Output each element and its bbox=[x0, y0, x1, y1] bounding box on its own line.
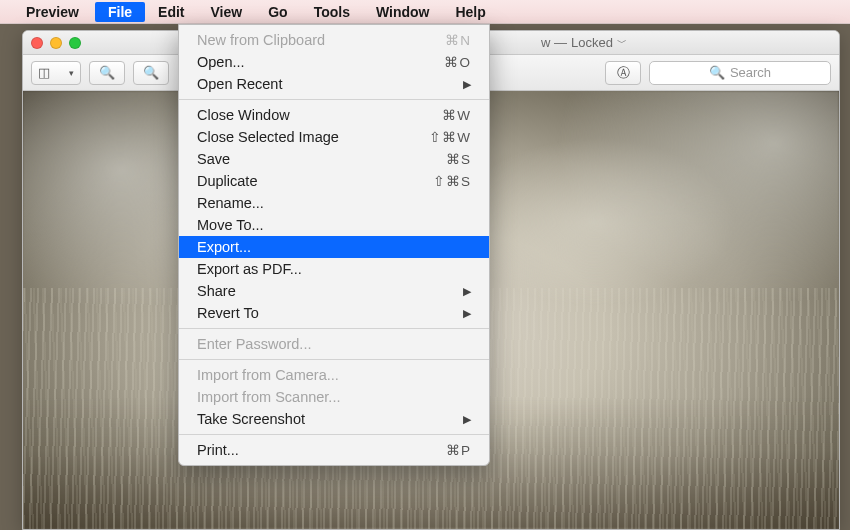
menu-item-label: Duplicate bbox=[197, 173, 433, 189]
menu-item-enter-password: Enter Password... bbox=[179, 333, 489, 355]
menu-item-label: Export as PDF... bbox=[197, 261, 471, 277]
menu-item-open-recent[interactable]: Open Recent▶ bbox=[179, 73, 489, 95]
menu-item-label: Open Recent bbox=[197, 76, 463, 92]
submenu-arrow-icon: ▶ bbox=[463, 413, 471, 426]
menu-item-label: Close Window bbox=[197, 107, 442, 123]
sidebar-icon: ◫ bbox=[38, 65, 50, 80]
title-prefix: w — bbox=[541, 35, 567, 50]
menu-item-label: Enter Password... bbox=[197, 336, 471, 352]
file-menu-dropdown: New from Clipboard⌘NOpen...⌘OOpen Recent… bbox=[178, 24, 490, 466]
menu-item-label: Save bbox=[197, 151, 446, 167]
search-input[interactable]: 🔍 Search bbox=[649, 61, 831, 85]
menu-item-share[interactable]: Share▶ bbox=[179, 280, 489, 302]
zoom-in-button[interactable]: 🔍 bbox=[133, 61, 169, 85]
search-icon: 🔍 bbox=[709, 65, 725, 80]
menu-item-export[interactable]: Export... bbox=[179, 236, 489, 258]
menu-shortcut: ⌘S bbox=[446, 151, 471, 167]
menu-separator bbox=[179, 99, 489, 100]
menu-window[interactable]: Window bbox=[363, 2, 443, 22]
menu-item-label: Take Screenshot bbox=[197, 411, 463, 427]
menu-separator bbox=[179, 434, 489, 435]
menu-edit[interactable]: Edit bbox=[145, 2, 197, 22]
menu-item-revert-to[interactable]: Revert To▶ bbox=[179, 302, 489, 324]
menu-item-open[interactable]: Open...⌘O bbox=[179, 51, 489, 73]
menu-item-close-window[interactable]: Close Window⌘W bbox=[179, 104, 489, 126]
menu-item-label: Print... bbox=[197, 442, 446, 458]
menu-help[interactable]: Help bbox=[442, 2, 498, 22]
markup-button[interactable]: Ⓐ bbox=[605, 61, 641, 85]
system-menubar: Preview File Edit View Go Tools Window H… bbox=[0, 0, 850, 24]
menu-item-import-from-camera: Import from Camera... bbox=[179, 364, 489, 386]
menu-item-label: Open... bbox=[197, 54, 444, 70]
menu-shortcut: ⌘O bbox=[444, 54, 471, 70]
minimize-window-button[interactable] bbox=[50, 37, 62, 49]
menu-item-label: Close Selected Image bbox=[197, 129, 429, 145]
traffic-lights bbox=[31, 37, 81, 49]
app-name[interactable]: Preview bbox=[26, 4, 79, 20]
menu-item-move-to[interactable]: Move To... bbox=[179, 214, 489, 236]
submenu-arrow-icon: ▶ bbox=[463, 285, 471, 298]
menu-separator bbox=[179, 359, 489, 360]
menu-item-label: Rename... bbox=[197, 195, 471, 211]
menu-item-export-as-pdf[interactable]: Export as PDF... bbox=[179, 258, 489, 280]
menu-shortcut: ⌘W bbox=[442, 107, 471, 123]
zoom-out-button[interactable]: 🔍 bbox=[89, 61, 125, 85]
magnifier-plus-icon: 🔍 bbox=[143, 65, 159, 80]
menu-item-duplicate[interactable]: Duplicate⇧⌘S bbox=[179, 170, 489, 192]
zoom-window-button[interactable] bbox=[69, 37, 81, 49]
search-placeholder: Search bbox=[730, 65, 771, 80]
menu-item-label: Import from Scanner... bbox=[197, 389, 471, 405]
chevron-down-icon: ﹀ bbox=[617, 36, 627, 50]
chevron-down-icon: ▾ bbox=[69, 68, 74, 78]
menu-item-close-selected-image[interactable]: Close Selected Image⇧⌘W bbox=[179, 126, 489, 148]
menu-item-new-from-clipboard: New from Clipboard⌘N bbox=[179, 29, 489, 51]
close-window-button[interactable] bbox=[31, 37, 43, 49]
submenu-arrow-icon: ▶ bbox=[463, 307, 471, 320]
menu-shortcut: ⌘P bbox=[446, 442, 471, 458]
menu-item-label: Share bbox=[197, 283, 463, 299]
menu-view[interactable]: View bbox=[198, 2, 256, 22]
menu-separator bbox=[179, 328, 489, 329]
menu-item-label: Export... bbox=[197, 239, 471, 255]
markup-icon: Ⓐ bbox=[617, 64, 630, 82]
menu-item-label: New from Clipboard bbox=[197, 32, 445, 48]
menu-item-import-from-scanner: Import from Scanner... bbox=[179, 386, 489, 408]
menu-item-save[interactable]: Save⌘S bbox=[179, 148, 489, 170]
menu-item-label: Revert To bbox=[197, 305, 463, 321]
menu-item-label: Import from Camera... bbox=[197, 367, 471, 383]
menu-file[interactable]: File bbox=[95, 2, 145, 22]
submenu-arrow-icon: ▶ bbox=[463, 78, 471, 91]
menu-item-label: Move To... bbox=[197, 217, 471, 233]
menu-go[interactable]: Go bbox=[255, 2, 300, 22]
title-status: Locked bbox=[571, 35, 613, 50]
menu-tools[interactable]: Tools bbox=[301, 2, 363, 22]
sidebar-toggle-button[interactable]: ◫ ▾ bbox=[31, 61, 81, 85]
menu-shortcut: ⇧⌘W bbox=[429, 129, 471, 145]
menu-item-rename[interactable]: Rename... bbox=[179, 192, 489, 214]
menu-item-print[interactable]: Print...⌘P bbox=[179, 439, 489, 461]
magnifier-minus-icon: 🔍 bbox=[99, 65, 115, 80]
menu-item-take-screenshot[interactable]: Take Screenshot▶ bbox=[179, 408, 489, 430]
menu-shortcut: ⌘N bbox=[445, 32, 471, 48]
menu-shortcut: ⇧⌘S bbox=[433, 173, 471, 189]
